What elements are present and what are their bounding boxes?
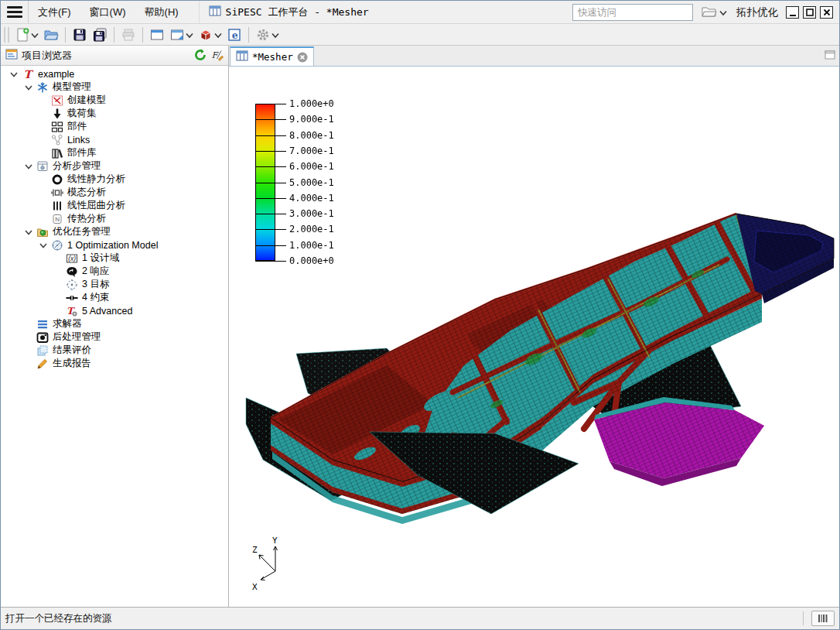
- tree-item-heat-transfer[interactable]: N传热分析: [1, 212, 228, 225]
- tree-item-linear-static[interactable]: 线性静力分析: [1, 173, 228, 186]
- toolbar-separator: [142, 27, 143, 43]
- table-icon: [236, 50, 248, 64]
- constraint-icon: [65, 292, 78, 304]
- tree-item-result-eval[interactable]: 结果评价: [1, 344, 228, 357]
- svg-text:T: T: [23, 68, 33, 80]
- new-window-button[interactable]: [147, 26, 167, 44]
- hamburger-menu-button[interactable]: [1, 1, 29, 23]
- tree-item-linear-buckling[interactable]: 线性屈曲分析: [1, 199, 228, 212]
- tree-item-links[interactable]: Links: [1, 133, 228, 146]
- advanced-icon: T: [65, 305, 78, 317]
- tree-item-parts-lib[interactable]: 部件库: [1, 146, 228, 159]
- tree-item-label: 模型管理: [53, 80, 91, 94]
- menu-item-file[interactable]: 文件(F): [29, 1, 80, 23]
- svg-text:F: F: [211, 50, 219, 60]
- expander-icon[interactable]: [22, 161, 36, 172]
- chevron-down-icon[interactable]: [271, 28, 279, 42]
- tab-bar: *Mesher: [229, 46, 839, 66]
- tree-item-create-model[interactable]: 创建模型: [1, 94, 228, 107]
- minimize-button[interactable]: [786, 6, 799, 19]
- tree-item-label: 优化任务管理: [53, 225, 111, 238]
- tree-item-label: 结果评价: [53, 344, 91, 357]
- tree-item-modal-analysis[interactable]: 模态分析: [1, 186, 228, 199]
- window-layout-button[interactable]: [167, 26, 196, 44]
- menu-item-window[interactable]: 窗口(W): [80, 1, 135, 23]
- perspective-label: 拓扑优化: [736, 5, 778, 19]
- legend-tick: [255, 261, 286, 262]
- tree-item-load-set[interactable]: 载荷集: [1, 107, 228, 120]
- open-button[interactable]: [41, 26, 61, 44]
- app-table-icon: [209, 5, 221, 20]
- chevron-down-icon[interactable]: [186, 28, 193, 42]
- tab-close-icon[interactable]: [297, 52, 308, 63]
- axis-z-label: Z: [252, 545, 258, 555]
- buckling-icon: [50, 200, 63, 212]
- save-button[interactable]: [70, 26, 90, 44]
- header-buttons: F: [193, 48, 225, 63]
- chevron-down-icon[interactable]: [31, 28, 39, 42]
- tree-item-opt-task-mgmt[interactable]: 优化任务管理: [1, 225, 228, 238]
- expander-icon[interactable]: [36, 240, 50, 251]
- expander-icon[interactable]: [22, 82, 36, 93]
- axis-x-label: X: [252, 582, 258, 592]
- project-browser-panel: 项目浏览器 F Texample模型管理创建模型载荷集部件Links部件库分析步…: [1, 46, 229, 607]
- toolbar-separator: [248, 27, 249, 43]
- tree-item-model-mgmt[interactable]: 模型管理: [1, 80, 228, 94]
- close-button[interactable]: [820, 6, 833, 19]
- print-button[interactable]: [118, 26, 138, 44]
- app-window: 文件(F)窗口(W)帮助(H) SiPESC 工作平台 - *Mesher 拓扑…: [0, 0, 840, 630]
- tree-item-advanced[interactable]: T5 Advanced: [1, 304, 228, 317]
- svg-text:e: e: [232, 29, 238, 40]
- opt-model-icon: [50, 239, 63, 252]
- tree-item-example[interactable]: Texample: [1, 67, 228, 80]
- thermal-icon: N: [50, 213, 63, 225]
- links-icon: [50, 134, 63, 146]
- expander-icon[interactable]: [7, 69, 21, 80]
- legend-label: 6.000e-1: [289, 161, 334, 172]
- maximize-button[interactable]: [803, 6, 816, 19]
- e-tool-button[interactable]: e: [224, 26, 244, 44]
- app-title: SiPESC 工作平台 - *Mesher: [199, 1, 369, 23]
- tree-item-design-domain[interactable]: (x)1 设计域: [1, 252, 228, 265]
- tab-mesher[interactable]: *Mesher: [230, 46, 314, 66]
- quick-access-input[interactable]: [572, 4, 693, 21]
- save-all-button[interactable]: [90, 26, 110, 44]
- task-panel-button[interactable]: [811, 611, 835, 626]
- new-button[interactable]: [12, 26, 41, 44]
- tree-item-label: 线性静力分析: [67, 173, 125, 186]
- toolbar-grip[interactable]: [4, 27, 9, 43]
- modal-icon: [50, 187, 63, 199]
- viewport[interactable]: 1.000e+09.000e-18.000e-17.000e-16.000e-1…: [229, 66, 839, 607]
- tree-item-label: example: [38, 69, 74, 80]
- status-message: 打开一个已经存在的资源: [5, 612, 803, 625]
- legend-tick: [255, 183, 286, 183]
- tree-item-parts[interactable]: 部件: [1, 120, 228, 133]
- tree-item-solver[interactable]: 求解器: [1, 317, 228, 330]
- project-browser-header: 项目浏览器 F: [1, 46, 228, 66]
- tree-item-label: 线性屈曲分析: [67, 199, 125, 212]
- tree-item-report[interactable]: 生成报告: [1, 357, 228, 370]
- refresh-button[interactable]: [193, 48, 208, 63]
- tlogo-icon: T: [21, 68, 34, 80]
- tree-item-constraint[interactable]: 4 约束: [1, 291, 228, 304]
- tree-item-response[interactable]: 2 响应: [1, 265, 228, 278]
- restore-panel-icon[interactable]: [824, 49, 836, 64]
- render-mode-button[interactable]: [196, 26, 224, 44]
- tree-item-optimization-model[interactable]: 1 Optimization Model: [1, 238, 228, 252]
- legend-tick: [255, 245, 286, 246]
- status-bar: 打开一个已经存在的资源: [1, 607, 839, 629]
- tree-item-label: 创建模型: [67, 94, 106, 107]
- legend-label: 4.000e-1: [289, 193, 334, 204]
- filter-button[interactable]: F: [210, 48, 225, 63]
- open-perspective-button[interactable]: [701, 4, 727, 21]
- tree-item-label: 部件: [67, 120, 87, 133]
- menu-item-help[interactable]: 帮助(H): [135, 1, 188, 23]
- settings-button[interactable]: [253, 26, 282, 44]
- chevron-down-icon[interactable]: [214, 28, 222, 42]
- legend-tick: [255, 135, 286, 136]
- expander-icon[interactable]: [22, 227, 36, 238]
- postproc-icon: [36, 331, 49, 344]
- tree-item-analysis-steps[interactable]: 分析步管理: [1, 159, 228, 173]
- tree-item-postprocess[interactable]: 后处理管理: [1, 330, 228, 344]
- tree-item-objective[interactable]: 3 目标: [1, 278, 228, 291]
